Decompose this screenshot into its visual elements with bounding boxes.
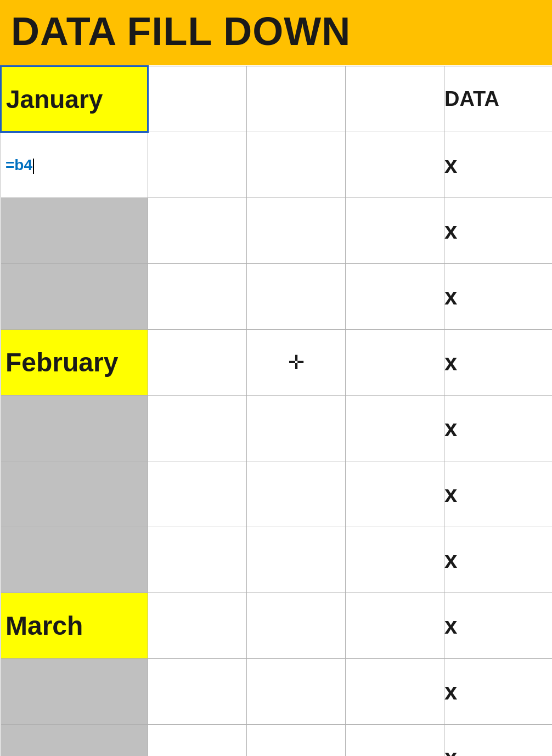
cell-b4 <box>148 264 247 330</box>
formula-text: =b4 <box>1 156 34 173</box>
cell-data-header: DATA <box>444 66 553 132</box>
table-row: February ✛ x <box>1 330 553 396</box>
table-row: x <box>1 527 553 593</box>
cell-x-e6: x <box>444 396 553 461</box>
cell-gray-a7 <box>1 461 148 527</box>
cell-x-e11: x <box>444 725 553 756</box>
cell-d11 <box>346 725 444 756</box>
cell-c6 <box>247 396 346 461</box>
cell-january[interactable]: January <box>1 66 148 132</box>
x-marker: x <box>444 218 457 244</box>
cell-d9 <box>346 593 444 659</box>
cell-d4 <box>346 264 444 330</box>
cell-c9 <box>247 593 346 659</box>
cell-d6 <box>346 396 444 461</box>
cell-b8 <box>148 527 247 593</box>
cell-x-e5: x <box>444 330 553 396</box>
cell-b5 <box>148 330 247 396</box>
cell-gray-a4 <box>1 264 148 330</box>
cell-x-e9: x <box>444 593 553 659</box>
cell-b2 <box>148 132 247 198</box>
cell-b10 <box>148 659 247 725</box>
cell-x-e7: x <box>444 461 553 527</box>
x-marker: x <box>444 547 457 573</box>
spreadsheet: DATA FILL DOWN January DATA <box>0 0 552 756</box>
cell-x-e3: x <box>444 198 553 264</box>
cell-gray-a11 <box>1 725 148 756</box>
cell-gray-a3 <box>1 198 148 264</box>
title-banner: DATA FILL DOWN <box>0 0 552 65</box>
cell-b7 <box>148 461 247 527</box>
spreadsheet-grid: January DATA =b4 x <box>0 65 552 756</box>
cell-c7 <box>247 461 346 527</box>
table-row: =b4 x <box>1 132 553 198</box>
cell-gray-a10 <box>1 659 148 725</box>
cell-x-e10: x <box>444 659 553 725</box>
cell-d2 <box>346 132 444 198</box>
cell-c3 <box>247 198 346 264</box>
table-row: March x <box>1 593 553 659</box>
cell-d10 <box>346 659 444 725</box>
cell-b3 <box>148 198 247 264</box>
data-header-label: DATA <box>444 87 499 110</box>
x-marker: x <box>444 284 457 309</box>
cell-c11 <box>247 725 346 756</box>
cell-gray-a8 <box>1 527 148 593</box>
cell-d7 <box>346 461 444 527</box>
x-marker: x <box>444 613 457 639</box>
cell-c4 <box>247 264 346 330</box>
x-marker: x <box>444 349 457 375</box>
cell-b6 <box>148 396 247 461</box>
cell-b1 <box>148 66 247 132</box>
cell-d3 <box>346 198 444 264</box>
cell-x-e2: x <box>444 132 553 198</box>
table-row: x <box>1 264 553 330</box>
cell-c1 <box>247 66 346 132</box>
cell-x-e8: x <box>444 527 553 593</box>
cell-march[interactable]: March <box>1 593 148 659</box>
cell-b11 <box>148 725 247 756</box>
cell-d1 <box>346 66 444 132</box>
x-marker: x <box>444 481 457 507</box>
cell-d5 <box>346 330 444 396</box>
table-row: x <box>1 198 553 264</box>
table-row: January DATA <box>1 66 553 132</box>
x-marker: x <box>444 415 457 441</box>
cell-c2 <box>247 132 346 198</box>
table-row: x <box>1 659 553 725</box>
february-label: February <box>1 348 118 377</box>
cell-x-e4: x <box>444 264 553 330</box>
cell-gray-a6 <box>1 396 148 461</box>
cell-c8 <box>247 527 346 593</box>
x-marker: x <box>444 744 457 756</box>
cell-formula-a2[interactable]: =b4 <box>1 132 148 198</box>
table-row: x <box>1 461 553 527</box>
cell-d8 <box>346 527 444 593</box>
cell-c5: ✛ <box>247 330 346 396</box>
move-cursor-icon: ✛ <box>288 351 305 374</box>
cell-b9 <box>148 593 247 659</box>
page-title: DATA FILL DOWN <box>11 9 351 53</box>
x-marker: x <box>444 679 457 704</box>
table-row: x <box>1 396 553 461</box>
x-marker: x <box>444 152 457 178</box>
cell-february[interactable]: February <box>1 330 148 396</box>
january-label: January <box>2 85 103 114</box>
cell-c10 <box>247 659 346 725</box>
table-row: x <box>1 725 553 756</box>
march-label: March <box>1 611 83 640</box>
